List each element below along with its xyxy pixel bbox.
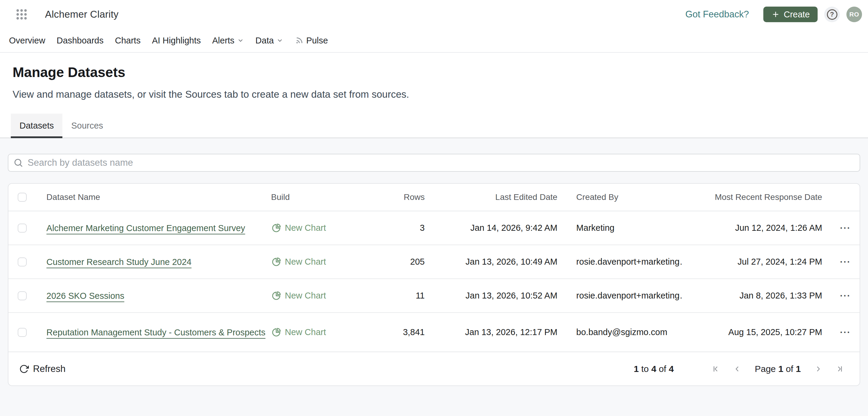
grid-dots-icon [16, 8, 28, 21]
nav-label: Dashboards [57, 36, 103, 45]
app-title: Alchemer Clarity [45, 9, 119, 20]
datasets-table: Dataset Name Build Rows Last Edited Date… [8, 183, 860, 386]
search-bar [8, 154, 860, 172]
nav-item-ai-highlights[interactable]: AI Highlights [152, 36, 201, 45]
row-menu-button[interactable]: ··· [840, 223, 851, 233]
refresh-label: Refresh [33, 363, 66, 374]
page-current: 1 [778, 364, 783, 374]
pie-chart-icon [271, 257, 281, 267]
nav-label: Pulse [306, 36, 328, 45]
dataset-name-link[interactable]: Alchemer Marketing Customer Engagement S… [46, 222, 245, 235]
new-chart-link[interactable]: New Chart [271, 291, 358, 301]
dataset-name-link[interactable]: 2026 SKO Sessions [46, 289, 124, 302]
results-range: 1 to 4 of 4 [634, 364, 674, 374]
nav-item-data[interactable]: Data [255, 36, 283, 45]
dataset-name-link[interactable]: Reputation Management Study - Customers … [46, 326, 266, 339]
new-chart-label: New Chart [285, 291, 326, 300]
tab-datasets[interactable]: Datasets [11, 114, 62, 137]
pie-chart-icon [271, 223, 281, 233]
row-menu-button[interactable]: ··· [840, 291, 851, 301]
last-page-icon [835, 364, 844, 374]
page-indicator: Page 1 of 1 [755, 364, 801, 374]
page-of-word: of [786, 364, 793, 374]
new-chart-link[interactable]: New Chart [271, 257, 358, 267]
nav-item-alerts[interactable]: Alerts [212, 36, 244, 45]
content-area: Dataset Name Build Rows Last Edited Date… [0, 138, 868, 416]
range-total: 4 [669, 364, 674, 374]
tabs: Datasets Sources [0, 114, 868, 138]
column-header-build: Build [271, 192, 358, 202]
row-checkbox[interactable] [18, 328, 27, 337]
page-title: Manage Datasets [12, 64, 868, 80]
range-to: 4 [651, 364, 656, 374]
nav-label: Charts [115, 36, 141, 45]
rows-count: 3 [358, 223, 425, 233]
nav-item-pulse[interactable]: Pulse [295, 36, 328, 45]
rows-count: 11 [358, 291, 425, 300]
next-page-button[interactable] [812, 362, 825, 376]
row-checkbox[interactable] [18, 257, 27, 266]
search-input[interactable] [8, 154, 860, 172]
nav-label: Overview [9, 36, 45, 45]
table-header-row: Dataset Name Build Rows Last Edited Date… [8, 184, 860, 211]
nav-item-dashboards[interactable]: Dashboards [57, 36, 103, 45]
table-row: Customer Research Study June 2024 New Ch… [8, 245, 860, 279]
pagination: Page 1 of 1 [710, 362, 846, 376]
row-checkbox[interactable] [18, 224, 27, 232]
search-icon [13, 158, 23, 168]
page-word: Page [755, 364, 776, 374]
column-header-created-by: Created By [557, 192, 682, 202]
nav-label: Alerts [212, 36, 234, 45]
first-page-icon [712, 364, 721, 374]
first-page-button[interactable] [710, 362, 723, 376]
refresh-icon [19, 364, 29, 374]
last-edited-date: Jan 13, 2026, 12:17 PM [425, 327, 557, 337]
row-menu-button[interactable]: ··· [840, 327, 851, 338]
chevron-left-icon [733, 364, 742, 374]
page-total: 1 [796, 364, 801, 374]
plus-icon [771, 10, 780, 19]
chevron-right-icon [814, 364, 823, 374]
column-header-most-recent: Most Recent Response Date [682, 192, 822, 202]
nav-item-overview[interactable]: Overview [9, 36, 45, 45]
dataset-name-link[interactable]: Customer Research Study June 2024 [46, 255, 192, 268]
created-by: rosie.davenport+marketing… [557, 257, 682, 267]
row-menu-button[interactable]: ··· [840, 257, 851, 267]
tab-sources[interactable]: Sources [62, 114, 112, 137]
column-header-rows: Rows [358, 192, 425, 202]
last-edited-date: Jan 13, 2026, 10:52 AM [425, 291, 557, 300]
range-to-word: to [641, 364, 649, 374]
most-recent-response-date: Jan 8, 2026, 1:33 PM [682, 291, 822, 300]
top-bar: Alchemer Clarity Got Feedback? Create ? … [0, 0, 868, 29]
row-checkbox[interactable] [18, 291, 27, 300]
previous-page-button[interactable] [731, 362, 744, 376]
table-row: Reputation Management Study - Customers … [8, 313, 860, 352]
most-recent-response-date: Aug 15, 2025, 10:27 PM [682, 327, 822, 337]
nav-item-charts[interactable]: Charts [115, 36, 141, 45]
range-from: 1 [634, 364, 639, 374]
new-chart-link[interactable]: New Chart [271, 327, 358, 338]
create-button-label: Create [784, 9, 810, 20]
got-feedback-link[interactable]: Got Feedback? [685, 9, 749, 20]
table-row: Alchemer Marketing Customer Engagement S… [8, 211, 860, 245]
chevron-down-icon [237, 37, 244, 44]
last-page-button[interactable] [833, 362, 846, 376]
new-chart-link[interactable]: New Chart [271, 223, 358, 233]
created-by: rosie.davenport+marketing… [557, 291, 682, 300]
main-nav: Overview Dashboards Charts AI Highlights… [0, 29, 868, 53]
help-button[interactable]: ? [824, 7, 840, 22]
new-chart-label: New Chart [285, 257, 326, 267]
pie-chart-icon [271, 327, 281, 338]
range-of-word: of [659, 364, 666, 374]
table-footer: Refresh 1 to 4 of 4 [8, 352, 860, 385]
create-button[interactable]: Create [763, 7, 817, 22]
select-all-checkbox[interactable] [18, 193, 27, 202]
last-edited-date: Jan 14, 2026, 9:42 AM [425, 223, 557, 233]
most-recent-response-date: Jun 12, 2024, 1:26 AM [682, 223, 822, 233]
avatar[interactable]: RO [846, 7, 862, 22]
table-row: 2026 SKO Sessions New Chart 11 Jan 13, 2… [8, 279, 860, 313]
app-grid-icon[interactable] [15, 8, 28, 21]
refresh-button[interactable]: Refresh [19, 363, 66, 374]
column-header-dataset-name: Dataset Name [46, 192, 271, 202]
new-chart-label: New Chart [285, 327, 326, 337]
